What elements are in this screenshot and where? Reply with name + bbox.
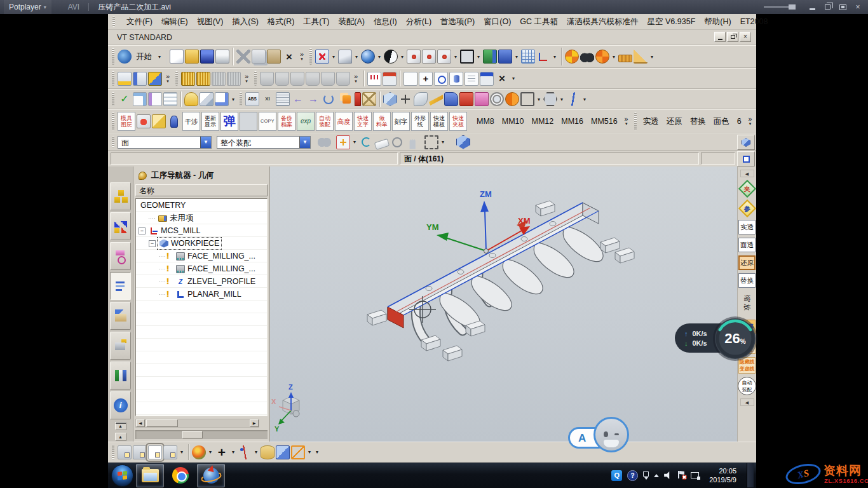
pink-cube-icon[interactable] (475, 92, 489, 106)
mill-tool-4-icon[interactable] (306, 72, 320, 86)
scrollbar-thumb[interactable] (146, 419, 178, 427)
iso-view-icon[interactable] (383, 92, 397, 106)
dropdown-caret[interactable]: ▾ (230, 97, 236, 102)
tower-icon[interactable] (355, 92, 361, 106)
mill-tool-1-icon[interactable] (260, 72, 274, 86)
replace-display-button[interactable]: 替换 (687, 116, 709, 127)
menu-item-16[interactable]: ET2008 (736, 16, 773, 27)
quick-clamp-button[interactable]: 快速夹板 (449, 112, 467, 131)
assembly-tree-2-icon[interactable] (133, 72, 147, 86)
dropdown-caret[interactable]: ▾ (330, 54, 337, 60)
rect-select-icon[interactable] (424, 135, 438, 149)
toolbar-grip[interactable] (309, 48, 312, 65)
create-cylinder-icon[interactable] (449, 72, 463, 86)
abs-csys-icon[interactable]: ABS (245, 92, 259, 106)
six-button[interactable]: 6 (734, 117, 745, 126)
export-doc-icon[interactable] (215, 92, 229, 106)
rings-icon[interactable] (490, 92, 504, 106)
tree-horizontal-scrollbar[interactable]: ◀ ▶ (135, 419, 259, 428)
start-menu-button[interactable]: 开始 (133, 51, 155, 62)
save-icon[interactable] (200, 50, 214, 64)
dropdown-caret[interactable]: ▾ (207, 449, 214, 455)
render-style-icon[interactable] (384, 50, 398, 64)
start-button[interactable] (111, 464, 133, 487)
paste-icon[interactable] (267, 50, 281, 64)
quick-template-button[interactable]: 快速模板 (430, 112, 448, 131)
web-browser-tab[interactable]: i (110, 391, 131, 419)
mini-toolbar-button-lower[interactable] (737, 151, 755, 166)
interference-sphere-icon[interactable] (137, 114, 151, 128)
mill-tool-3-icon[interactable] (290, 72, 304, 86)
blank-button[interactable] (240, 112, 257, 131)
part-navigator-tab[interactable] (110, 242, 131, 270)
dropdown-caret[interactable]: ▾ (649, 54, 655, 60)
tree-row-workpiece[interactable]: −WORKPIECE (136, 237, 267, 250)
card-tree-icon[interactable] (148, 92, 162, 106)
shaded-cube-icon[interactable] (456, 135, 470, 149)
wizard-icon[interactable] (200, 92, 214, 106)
toolbar-grip[interactable] (112, 71, 114, 86)
dropdown-caret[interactable]: ▾ (452, 54, 459, 60)
spring-tool-1-icon[interactable] (181, 72, 195, 86)
find-icon[interactable] (580, 50, 594, 64)
toolpath-card-icon[interactable] (367, 72, 381, 86)
dropdown-caret[interactable]: ▾ (513, 54, 520, 60)
toolbar-grip[interactable] (112, 445, 114, 459)
spring-tool-2-icon[interactable] (196, 72, 210, 86)
menu-item-14[interactable]: 星空 V6.935F (643, 15, 700, 29)
red-box-icon[interactable] (459, 92, 473, 106)
volume-slider[interactable] (764, 6, 794, 8)
sheet-grid-icon[interactable] (521, 50, 535, 64)
menu-item-10[interactable]: 首选项(P) (436, 15, 479, 29)
lamp-icon[interactable] (184, 92, 198, 106)
object-tree-icon[interactable] (480, 72, 494, 86)
cylinder-sketch-icon[interactable] (261, 445, 275, 459)
hex-outline-icon[interactable] (543, 92, 557, 106)
height-button[interactable]: 高度 (335, 112, 353, 131)
gold-blade-icon[interactable] (429, 92, 443, 106)
solid-box-icon[interactable] (276, 445, 290, 459)
menu-item-7[interactable]: 装配(A) (334, 15, 369, 29)
dropdown-caret[interactable]: ▾ (314, 449, 320, 455)
menu-item-8[interactable]: 信息(I) (369, 15, 402, 29)
update-display-button[interactable]: 更新显示 (201, 112, 219, 131)
dropdown-caret[interactable]: ▾ (179, 449, 185, 455)
selection-scope-combo[interactable]: 整个装配▼ (217, 136, 311, 149)
orient-sphere-icon[interactable] (192, 445, 206, 459)
orange-tool-icon[interactable] (505, 92, 519, 106)
potplayer-app-menu[interactable]: Potplayer ▾ (4, 0, 51, 14)
drag-hand-icon[interactable] (405, 135, 419, 149)
menu-item-2[interactable]: 编辑(E) (157, 15, 193, 29)
tree-row-face-milling-1[interactable]: !FACE_MILLING_... (136, 250, 267, 262)
sidebar-collapse-bottom-button[interactable]: ◀ (740, 398, 754, 406)
help-tray-icon[interactable]: ? (627, 470, 638, 481)
toolbar-overflow-button[interactable]: »▾ (242, 74, 251, 84)
toolbar-overflow-button[interactable]: »▾ (351, 74, 360, 84)
wcs-icon[interactable] (536, 50, 550, 64)
dropdown-caret[interactable]: ▾ (399, 54, 405, 60)
menubar-grip[interactable] (112, 17, 115, 27)
view-book-icon[interactable] (498, 50, 512, 64)
orange-star-icon[interactable] (595, 50, 609, 64)
print-icon[interactable] (215, 50, 229, 64)
mm16-button[interactable]: MM16 (558, 117, 587, 126)
datum-csys-icon[interactable] (407, 50, 421, 64)
graphics-viewport[interactable]: ZM YM XM (270, 166, 737, 442)
dropdown-caret[interactable]: ▾ (376, 54, 383, 60)
type-filter-combo[interactable]: 面▼ (118, 136, 212, 149)
dropdown-caret[interactable]: ▾ (353, 54, 360, 60)
mm8-button[interactable]: MM8 (473, 117, 498, 126)
scroll-left-button[interactable]: ◀ (136, 419, 145, 427)
library-tab[interactable] (110, 362, 131, 390)
new-file-icon[interactable] (170, 50, 184, 64)
nx-app-icon[interactable] (118, 50, 132, 64)
dropdown-caret[interactable]: ▾ (510, 76, 517, 81)
spring-tool-4-icon[interactable] (227, 72, 241, 86)
action-center-flag-icon[interactable] (677, 471, 686, 480)
assembly-navigator-tab[interactable] (110, 182, 131, 210)
engrave-button[interactable]: 刻字 (392, 112, 410, 131)
toolbar-overflow-button[interactable]: »▾ (297, 51, 306, 62)
restore-side-button[interactable]: 还原 (738, 255, 756, 270)
earth-icon[interactable] (361, 50, 375, 64)
scanner-icon[interactable] (338, 50, 352, 64)
